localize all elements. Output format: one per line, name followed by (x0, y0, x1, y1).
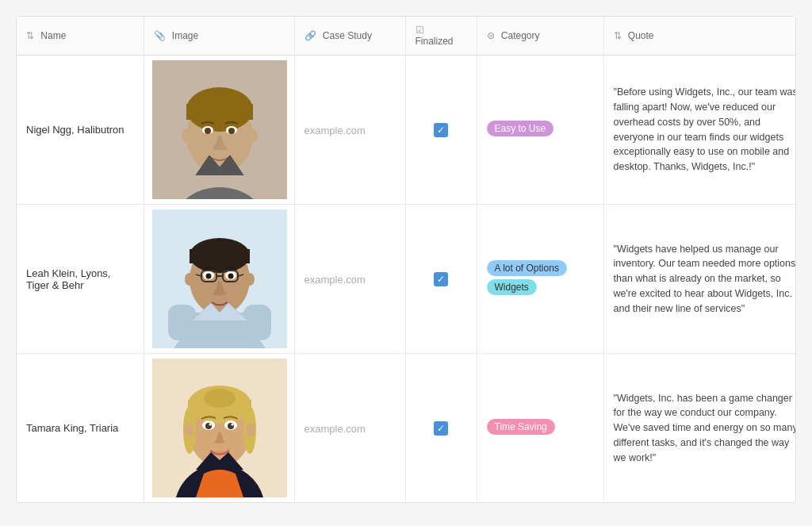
row-portrait (152, 359, 287, 497)
svg-rect-6 (186, 104, 253, 120)
svg-rect-21 (190, 249, 250, 263)
svg-point-45 (209, 424, 211, 426)
svg-point-26 (205, 274, 211, 279)
cell-category: Easy to Use (477, 56, 603, 205)
cell-name: Nigel Ngg, Halibutron (17, 56, 144, 205)
cell-quote: "Widgets, Inc. has been a game changer f… (603, 354, 796, 503)
svg-rect-16 (168, 305, 196, 340)
table-header-row: ⇅ Name 📎 Image 🔗 Case Study ☑ Finalized … (17, 17, 796, 56)
svg-point-27 (228, 274, 233, 279)
database-icon: ⊜ (487, 30, 495, 41)
col-label-quote: Quote (628, 30, 654, 41)
cell-finalized[interactable]: ✓ (405, 354, 477, 503)
col-label-casestudy: Case Study (323, 30, 372, 41)
casestudy-link[interactable]: example.com (304, 274, 366, 286)
category-badge: Easy to Use (487, 121, 554, 136)
cell-image (144, 56, 294, 205)
cell-name: Tamara King, Triaria (17, 354, 144, 503)
col-header-image: 📎 Image (144, 17, 294, 56)
col-label-finalized: Finalized (416, 36, 454, 47)
finalized-checkbox[interactable]: ✓ (434, 421, 448, 436)
cell-casestudy[interactable]: example.com (294, 56, 405, 205)
cell-category: A lot of OptionsWidgets (477, 205, 603, 354)
cell-finalized[interactable]: ✓ (405, 205, 477, 354)
row-portrait (152, 209, 287, 348)
finalized-checkbox[interactable]: ✓ (434, 123, 448, 137)
cell-image (144, 354, 294, 503)
svg-point-12 (228, 128, 235, 134)
cell-quote: "Before using Widgets, Inc., our team wa… (603, 56, 796, 205)
svg-point-46 (231, 424, 233, 426)
svg-point-22 (185, 273, 194, 286)
casestudy-link[interactable]: example.com (304, 125, 366, 136)
cell-name: Leah Klein, Lyons, Tiger & Behr (17, 205, 144, 354)
link-icon: 🔗 (304, 30, 316, 41)
svg-point-11 (205, 128, 211, 134)
col-label-name: Name (40, 30, 66, 41)
table-row: Nigel Ngg, Halibutron example.com✓Easy t… (17, 56, 796, 205)
svg-point-39 (184, 424, 193, 436)
table-row: Tamara King, Triaria (17, 354, 796, 503)
svg-rect-17 (243, 305, 271, 340)
sort-icon: ⇅ (26, 30, 34, 41)
cell-image (144, 205, 294, 354)
svg-point-7 (182, 129, 193, 143)
data-table: ⇅ Name 📎 Image 🔗 Case Study ☑ Finalized … (16, 16, 796, 503)
col-header-quote[interactable]: ⇅ Quote (603, 17, 796, 56)
svg-point-23 (245, 273, 255, 286)
svg-point-40 (246, 424, 255, 436)
col-header-category: ⊜ Category (477, 17, 603, 56)
col-header-finalized: ☑ Finalized (405, 17, 477, 56)
col-header-name[interactable]: ⇅ Name (17, 17, 144, 56)
svg-point-38 (204, 389, 236, 408)
svg-point-8 (247, 129, 258, 143)
cell-finalized[interactable]: ✓ (405, 56, 477, 205)
row-portrait (152, 60, 287, 199)
cell-casestudy[interactable]: example.com (294, 205, 405, 354)
col-label-category: Category (501, 30, 540, 41)
cell-category: Time Saving (477, 354, 603, 503)
cell-casestudy[interactable]: example.com (294, 354, 405, 503)
attachment-icon: 📎 (154, 30, 166, 41)
col-label-image: Image (172, 30, 198, 41)
checkbox-icon: ☑ (416, 25, 424, 36)
col-header-casestudy[interactable]: 🔗 Case Study (294, 17, 405, 56)
cell-quote: "Widgets have helped us manage our inven… (603, 205, 796, 354)
category-badge: A lot of Options (487, 260, 567, 276)
sort-icon-2: ⇅ (614, 30, 622, 41)
category-badge: Time Saving (487, 419, 555, 435)
casestudy-link[interactable]: example.com (304, 423, 366, 435)
category-badge: Widgets (487, 279, 537, 295)
table-row: Leah Klein, Lyons, Tiger & Behr (17, 205, 796, 354)
finalized-checkbox[interactable]: ✓ (434, 272, 448, 286)
